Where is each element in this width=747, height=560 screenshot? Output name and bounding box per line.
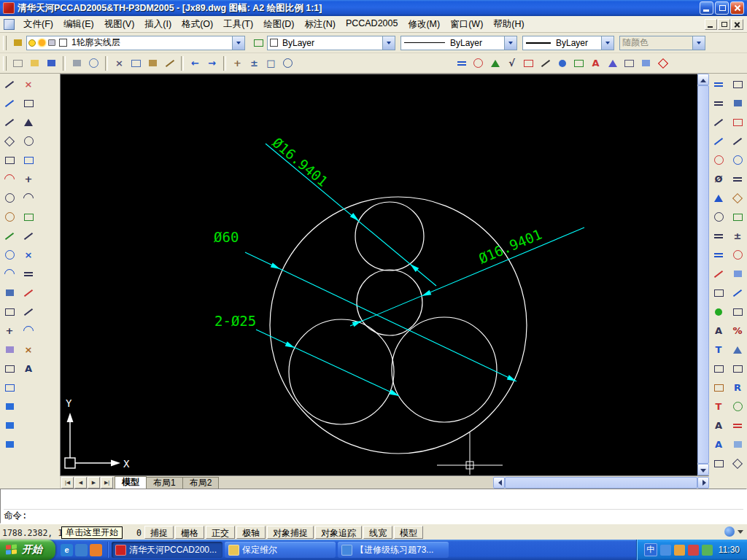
arc-length-dimension-button[interactable]: [710, 208, 727, 226]
vertical-scrollbar[interactable]: [697, 74, 709, 475]
tolerance-dimension-button[interactable]: [710, 284, 727, 302]
taskbar-task-2[interactable]: 保定维尔: [225, 542, 336, 558]
pccad-browser-button[interactable]: [1, 416, 18, 435]
extend-button[interactable]: [20, 265, 37, 283]
lineweight-combobox[interactable]: ByLayer: [522, 36, 614, 50]
tab-layout1[interactable]: 布局1: [146, 477, 183, 489]
status-button-ortho[interactable]: 正交: [206, 526, 235, 539]
zoom-previous-button[interactable]: [279, 55, 296, 71]
pccad-tool-9-button[interactable]: [729, 246, 746, 264]
dimension-edit-button[interactable]: A: [710, 322, 727, 340]
scale-button[interactable]: [20, 208, 37, 226]
pccad-assistant-button[interactable]: [1, 435, 18, 454]
menu-item-insert[interactable]: 插入(I): [139, 16, 177, 33]
tab-nav-button-0[interactable]: |◀: [61, 477, 74, 489]
dropdown-arrow-icon[interactable]: [504, 36, 516, 50]
aligned-dimension-button[interactable]: [710, 113, 727, 131]
bottom-right-circle-entity[interactable]: [392, 317, 497, 422]
construction-line-button[interactable]: [1, 94, 18, 112]
pccad-tool-14-button[interactable]: [729, 341, 746, 359]
tab-nav-button-3[interactable]: ▶|: [101, 477, 113, 489]
mirror-button[interactable]: [20, 113, 37, 131]
status-button-osnap[interactable]: 对象捕捉: [267, 526, 314, 539]
zoom-window-button[interactable]: □: [263, 55, 279, 71]
cut-button[interactable]: ×: [111, 55, 128, 71]
ellipse-arc-button[interactable]: [1, 265, 18, 283]
tolerance-button[interactable]: [621, 55, 638, 71]
open-file-button[interactable]: [26, 55, 43, 71]
scroll-right-button[interactable]: [697, 477, 709, 489]
polygon-button[interactable]: [1, 132, 18, 150]
menu-item-view[interactable]: 视图(V): [99, 16, 140, 33]
copy-object-button[interactable]: [20, 94, 37, 112]
polyline-button[interactable]: [1, 113, 18, 131]
status-button-polar[interactable]: 极轴: [236, 526, 266, 539]
center-mark-button[interactable]: [710, 303, 727, 321]
rotate-button[interactable]: [20, 189, 37, 207]
revision-cloud-button[interactable]: [1, 208, 18, 226]
dimension-texts[interactable]: Ø16.9401 Ø60 Ø16.9401 2-Ø25: [214, 134, 544, 329]
pccad-tool-6-button[interactable]: [729, 189, 746, 207]
messenger-icon[interactable]: [688, 545, 699, 556]
section-symbol-button[interactable]: [537, 55, 554, 71]
surface-roughness-button[interactable]: √: [503, 55, 520, 71]
linetype-combobox[interactable]: ByLayer: [400, 36, 517, 50]
quick-leader-button[interactable]: [710, 265, 727, 283]
make-object-layer-current-button[interactable]: [250, 35, 267, 51]
fillet-button[interactable]: [20, 322, 37, 340]
scroll-up-button[interactable]: [697, 74, 709, 85]
tab-layout2[interactable]: 布局2: [182, 477, 220, 489]
media-player-icon[interactable]: [90, 544, 102, 556]
match-properties-button[interactable]: [161, 55, 178, 71]
circle-button[interactable]: [1, 189, 18, 207]
status-tray-arrow-icon[interactable]: [738, 530, 743, 537]
quick-dimension-button[interactable]: [710, 75, 727, 93]
pccad-tool-3-button[interactable]: [729, 132, 746, 150]
menu-item-tools[interactable]: 工具(T): [218, 16, 258, 33]
toolbar-grip[interactable]: [3, 56, 7, 71]
make-block-button[interactable]: [1, 303, 18, 321]
redo-button[interactable]: →: [204, 55, 220, 71]
dimension-update-button[interactable]: [710, 359, 727, 378]
scroll-left-button[interactable]: [493, 477, 505, 489]
pccad-tool-10-button[interactable]: [729, 265, 746, 283]
angular-dimension-button[interactable]: [710, 189, 727, 207]
mdi-close-button[interactable]: [731, 19, 743, 30]
point-button[interactable]: +: [1, 322, 18, 340]
status-button-snap[interactable]: 捕捉: [144, 526, 174, 539]
pccad-tool-12-button[interactable]: [729, 303, 746, 321]
vertical-scrollbar-thumb[interactable]: [697, 85, 709, 464]
pccad-tool-13-button[interactable]: %: [729, 322, 746, 340]
single-line-text-button[interactable]: A: [710, 416, 727, 435]
bom-table-button[interactable]: [570, 55, 587, 71]
symbol-library-button[interactable]: [654, 55, 671, 71]
array-button[interactable]: [20, 151, 37, 169]
tab-nav-button-1[interactable]: ◀: [74, 477, 87, 489]
text-button[interactable]: A: [20, 359, 37, 378]
top-small-circle-entity[interactable]: [355, 202, 424, 271]
plot-button[interactable]: [69, 55, 85, 71]
pccad-tool-8-button[interactable]: ±: [729, 227, 746, 245]
mdi-restore-button[interactable]: [718, 19, 730, 30]
status-button-lineweight[interactable]: 线宽: [363, 526, 392, 539]
save-file-button[interactable]: [43, 55, 60, 71]
pccad-tool-11-button[interactable]: [729, 284, 746, 302]
start-button[interactable]: 开始: [0, 540, 55, 560]
pan-button[interactable]: +: [229, 55, 246, 71]
dim-angular-button[interactable]: [487, 55, 503, 71]
text-annotation-button[interactable]: A: [587, 55, 604, 71]
pccad-tool-19-button[interactable]: [729, 435, 746, 454]
pccad-tool-2-button[interactable]: [729, 113, 746, 131]
trim-button[interactable]: ×: [20, 246, 37, 264]
menu-item-draw[interactable]: 绘图(D): [258, 16, 299, 33]
offset-button[interactable]: [20, 132, 37, 150]
taskbar-task-3[interactable]: 【进修级练习题73...: [338, 542, 449, 558]
horizontal-scrollbar[interactable]: [493, 477, 709, 489]
copy-clip-button[interactable]: [128, 55, 144, 71]
menu-item-format[interactable]: 格式(O): [177, 16, 218, 33]
dim-linear-button[interactable]: [453, 55, 470, 71]
linear-dimension-button[interactable]: [710, 94, 727, 112]
command-prompt[interactable]: 命令:: [4, 510, 28, 522]
dropdown-arrow-icon[interactable]: [232, 36, 244, 50]
pccad-tool-15-button[interactable]: [729, 359, 746, 378]
